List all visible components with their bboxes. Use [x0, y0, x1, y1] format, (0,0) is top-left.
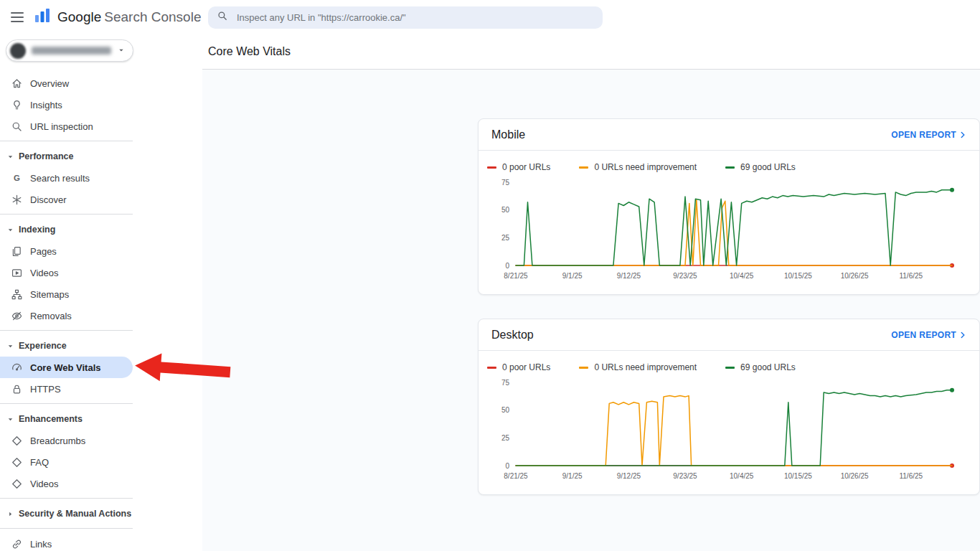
sidebar-item-label: Indexing	[19, 225, 55, 235]
removals-icon	[9, 309, 24, 323]
svg-text:0: 0	[505, 462, 509, 470]
sidebar-item-https[interactable]: HTTPS	[0, 378, 133, 400]
page-title-bar: Core Web Vitals	[202, 34, 980, 70]
content-area: Mobile OPEN REPORT 0 poor URLs0 URLs nee…	[202, 70, 980, 551]
sidebar-item-insights[interactable]: Insights	[0, 94, 133, 116]
page-title: Core Web Vitals	[208, 45, 291, 58]
legend-item[interactable]: 69 good URLs	[725, 362, 796, 372]
sidebar-item-label: Sitemaps	[30, 289, 69, 300]
legend-swatch	[579, 367, 588, 369]
mobile-card-header: Mobile OPEN REPORT	[479, 119, 979, 151]
svg-text:8/21/25: 8/21/25	[504, 472, 528, 480]
app-logo[interactable]: GoogleSearch Console	[33, 6, 201, 28]
legend-item[interactable]: 0 poor URLs	[487, 162, 550, 172]
hamburger-menu-icon[interactable]	[4, 4, 30, 30]
desktop-card-title: Desktop	[491, 329, 534, 342]
sidebar-section-security-manual-actions[interactable]: Security & Manual Actions	[0, 503, 133, 524]
svg-text:9/12/25: 9/12/25	[617, 272, 641, 280]
sidebar-item-search-results[interactable]: GSearch results	[0, 167, 133, 189]
desktop-open-report-link[interactable]: OPEN REPORT	[891, 330, 968, 340]
legend-swatch	[725, 367, 735, 369]
sidebar-section-performance[interactable]: Performance	[0, 146, 133, 167]
sidebar-divider	[0, 214, 133, 215]
sidebar-section-indexing[interactable]: Indexing	[0, 219, 133, 240]
legend-label: 69 good URLs	[740, 162, 796, 172]
https-lock-icon	[9, 382, 24, 396]
sidebar-item-label: Links	[30, 539, 52, 550]
core-web-vitals-icon	[9, 360, 24, 375]
breadcrumbs-icon	[9, 433, 24, 448]
discover-icon	[9, 192, 24, 207]
sidebar-item-label: Core Web Vitals	[30, 362, 101, 373]
search-icon	[217, 10, 228, 24]
legend-item[interactable]: 0 poor URLs	[487, 362, 550, 372]
sidebar-item-label: Search results	[30, 173, 90, 184]
legend-swatch	[487, 166, 496, 169]
svg-text:50: 50	[501, 206, 510, 214]
svg-text:10/4/25: 10/4/25	[730, 472, 754, 480]
sidebar-divider	[0, 498, 133, 499]
svg-text:9/1/25: 9/1/25	[562, 272, 583, 280]
sidebar-item-core-web-vitals[interactable]: Core Web Vitals	[0, 357, 133, 378]
open-report-label: OPEN REPORT	[891, 130, 956, 140]
sidebar-item-pages[interactable]: Pages	[0, 240, 133, 262]
legend-label: 0 URLs need improvement	[594, 162, 697, 172]
sidebar-divider	[0, 403, 133, 404]
property-selector[interactable]	[6, 39, 133, 62]
sidebar-item-label: FAQ	[30, 457, 49, 468]
mobile-chart: 02550758/21/259/1/259/12/259/23/2510/4/2…	[490, 175, 969, 290]
desktop-chart: 02550758/21/259/1/259/12/259/23/2510/4/2…	[490, 375, 969, 490]
svg-text:10/4/25: 10/4/25	[730, 272, 754, 280]
sidebar-item-removals[interactable]: Removals	[0, 305, 133, 326]
sidebar-section-enhancements[interactable]: Enhancements	[0, 408, 133, 430]
url-inspection-input[interactable]	[235, 11, 594, 24]
sidebar-item-label: Performance	[19, 151, 73, 161]
svg-text:10/26/25: 10/26/25	[841, 472, 869, 480]
sidebar-item-label: HTTPS	[30, 384, 61, 395]
sidebar-item-sitemaps[interactable]: Sitemaps	[0, 283, 133, 305]
sidebar-item-breadcrumbs[interactable]: Breadcrumbs	[0, 430, 133, 451]
sidebar-item-discover[interactable]: Discover	[0, 189, 133, 210]
legend-swatch	[579, 166, 588, 169]
svg-text:10/15/25: 10/15/25	[784, 272, 812, 280]
links-icon	[9, 537, 24, 551]
legend-item[interactable]: 0 URLs need improvement	[579, 162, 697, 172]
sidebar-item-faq[interactable]: FAQ	[0, 451, 133, 473]
sidebar-section-experience[interactable]: Experience	[0, 335, 133, 357]
app-bar-left: GoogleSearch Console	[0, 4, 202, 30]
caret-right-icon	[5, 509, 15, 519]
svg-text:9/1/25: 9/1/25	[562, 472, 583, 480]
videos-icon	[9, 265, 24, 280]
sidebar-item-videos[interactable]: Videos	[0, 262, 133, 283]
app-title-google: Google	[57, 9, 101, 24]
legend-item[interactable]: 0 URLs need improvement	[579, 362, 697, 372]
url-inspection-search-bar[interactable]	[208, 6, 603, 29]
sidebar-item-label: Experience	[19, 341, 67, 351]
caret-down-icon	[5, 341, 15, 351]
legend-label: 0 poor URLs	[502, 162, 550, 172]
legend: 0 poor URLs0 URLs need improvement69 goo…	[479, 151, 979, 174]
sidebar-item-label: Enhancements	[19, 414, 83, 424]
chevron-right-icon	[958, 130, 968, 140]
caret-down-icon	[5, 151, 15, 161]
legend-swatch	[725, 166, 735, 169]
sidebar-item-videos[interactable]: Videos	[0, 473, 133, 494]
svg-text:0: 0	[505, 262, 509, 270]
svg-text:11/6/25: 11/6/25	[899, 472, 923, 480]
sidebar-item-url-inspection[interactable]: URL inspection	[0, 116, 133, 137]
svg-text:50: 50	[501, 406, 510, 414]
legend-item[interactable]: 69 good URLs	[725, 162, 796, 172]
sidebar-item-overview[interactable]: Overview	[0, 72, 133, 94]
desktop-card-header: Desktop OPEN REPORT	[479, 319, 979, 351]
legend-label: 0 poor URLs	[502, 362, 550, 372]
svg-text:9/12/25: 9/12/25	[617, 472, 641, 480]
property-avatar	[10, 43, 26, 59]
sidebar-divider	[0, 141, 133, 141]
insights-icon	[9, 98, 24, 112]
mobile-open-report-link[interactable]: OPEN REPORT	[891, 130, 968, 140]
app-title-rest: Search Console	[104, 9, 201, 24]
sidebar-item-label: Insights	[30, 100, 62, 110]
legend-swatch	[487, 367, 496, 369]
main-pane: Core Web Vitals Mobile OPEN REPORT 0 poo…	[202, 34, 980, 551]
sidebar-item-links[interactable]: Links	[0, 533, 133, 551]
